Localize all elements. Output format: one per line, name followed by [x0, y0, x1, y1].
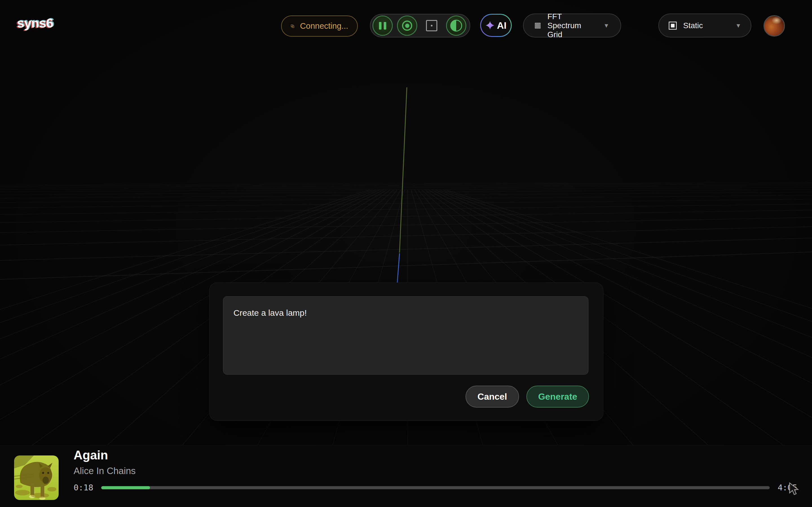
now-playing-bar: Again Alice In Chains 0:18 4:05 — [0, 445, 812, 507]
record-icon — [402, 20, 412, 31]
chevron-down-icon: ▼ — [603, 22, 609, 29]
spectrum-bars-icon — [535, 22, 541, 30]
ai-button-label: AI — [497, 20, 507, 31]
record-button[interactable] — [397, 15, 417, 36]
contrast-icon — [450, 20, 462, 32]
cancel-button[interactable]: Cancel — [465, 386, 519, 407]
pause-button[interactable] — [372, 15, 393, 36]
progress-fill — [101, 486, 150, 489]
app-logo: syns6 — [17, 15, 53, 31]
y-axis-line — [400, 87, 407, 252]
overlapping-squares-icon — [291, 22, 294, 31]
mouse-cursor — [789, 482, 800, 496]
ai-button[interactable]: AI — [480, 14, 512, 37]
prompt-input[interactable]: Create a lava lamp! — [223, 296, 589, 375]
pixel-square-icon — [426, 20, 437, 31]
visualizer-select[interactable]: FFT Spectrum Grid ▼ — [523, 13, 621, 38]
connection-status-badge[interactable]: Connecting... — [281, 15, 358, 37]
elapsed-time: 0:18 — [73, 483, 93, 492]
app-window: syns6 Connecting... — [0, 0, 812, 507]
square-in-square-icon — [668, 21, 677, 30]
album-art — [14, 455, 59, 500]
track-artist: Alice In Chains — [73, 466, 136, 476]
sparkle-icon — [486, 21, 495, 30]
chevron-down-icon: ▼ — [735, 22, 741, 29]
contrast-button[interactable] — [446, 15, 466, 36]
album-art-image — [14, 455, 59, 500]
track-title: Again — [73, 448, 108, 462]
transport-controls — [370, 14, 470, 38]
visualizer-scene — [0, 0, 812, 507]
seek-bar[interactable] — [101, 486, 770, 489]
z-axis-line — [397, 253, 400, 283]
pause-icon — [379, 22, 386, 30]
pixel-mode-button[interactable] — [421, 15, 442, 36]
ai-prompt-modal: Create a lava lamp! Cancel Generate — [209, 283, 603, 421]
texture-select[interactable]: Static ▼ — [658, 13, 751, 38]
connection-status-label: Connecting... — [300, 21, 348, 31]
generate-button[interactable]: Generate — [526, 386, 589, 407]
user-avatar[interactable] — [763, 15, 785, 37]
visualizer-select-value: FFT Spectrum Grid — [547, 12, 597, 39]
texture-select-value: Static — [683, 21, 703, 30]
